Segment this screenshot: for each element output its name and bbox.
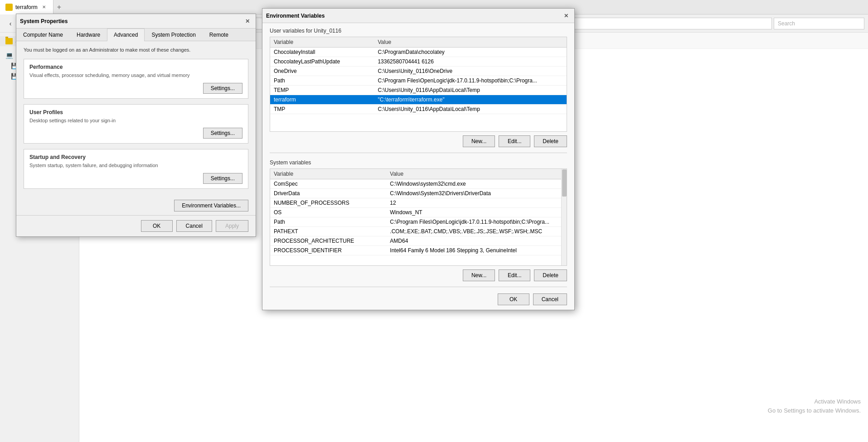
var-value: "C:\terraform\terraform.exe" xyxy=(374,95,567,105)
system-delete-button[interactable]: Delete xyxy=(534,269,567,281)
var-value: 13362580704441 6126 xyxy=(374,57,567,67)
pc-icon: 💻 xyxy=(5,52,13,59)
table-row[interactable]: TEMP C:\Users\Unity_0116\AppData\Local\T… xyxy=(270,86,567,95)
startup-recovery-section: Startup and Recovery System startup, sys… xyxy=(24,149,248,188)
user-profiles-section: User Profiles Desktop settings related t… xyxy=(24,104,248,144)
user-profiles-desc: Desktop settings related to your sign-in xyxy=(29,117,242,124)
search-placeholder: Search xyxy=(778,20,795,27)
user-vars-section-label: User variables for Unity_0116 xyxy=(262,23,574,37)
table-row-selected[interactable]: terraform "C:\terraform\terraform.exe" xyxy=(270,95,567,105)
environment-variables-dialog: Environment Variables ✕ User variables f… xyxy=(262,8,575,310)
var-value: 12 xyxy=(386,198,567,208)
env-cancel-button[interactable]: Cancel xyxy=(533,293,567,305)
env-ok-button[interactable]: OK xyxy=(498,293,529,305)
var-name: Path xyxy=(270,217,386,227)
system-props-tabs: Computer Name Hardware Advanced System P… xyxy=(16,29,256,41)
user-profiles-label: User Profiles xyxy=(29,109,242,115)
user-var-col-variable: Variable xyxy=(270,37,374,48)
var-name: PATHEXT xyxy=(270,227,386,236)
var-name: OS xyxy=(270,208,386,217)
tab-hardware[interactable]: Hardware xyxy=(70,29,107,41)
tab-label: terraform xyxy=(15,4,38,10)
user-edit-button[interactable]: Edit... xyxy=(499,135,530,147)
table-row[interactable]: TMP C:\Users\Unity_0116\AppData\Local\Te… xyxy=(270,105,567,114)
var-value: C:\Users\Unity_0116\OneDrive xyxy=(374,67,567,76)
activate-line1: Activate Windows xyxy=(768,397,861,406)
startup-recovery-settings-button[interactable]: Settings... xyxy=(203,173,242,184)
back-button[interactable]: ‹ xyxy=(4,17,17,30)
env-dialog-footer: OK Cancel xyxy=(262,289,574,310)
var-value: Windows_NT xyxy=(386,208,567,217)
table-row[interactable]: ChocolateyInstall C:\ProgramData\chocola… xyxy=(270,48,567,57)
var-value: C:\Windows\System32\Drivers\DriverData xyxy=(386,189,567,198)
activate-windows-watermark: Activate Windows Go to Settings to activ… xyxy=(768,397,861,415)
system-props-body: You must be logged on as an Administrato… xyxy=(16,41,256,200)
system-props-footer: OK Cancel Apply xyxy=(16,215,256,236)
var-name: TEMP xyxy=(270,86,374,95)
env-vars-titlebar: Environment Variables ✕ xyxy=(262,9,574,23)
system-vars-table-container[interactable]: Variable Value ComSpec C:\Windows\system… xyxy=(270,168,567,266)
table-row[interactable]: ChocolateyLastPathUpdate 13362580704441 … xyxy=(270,57,567,67)
var-value: C:\Program Files\OpenLogic\jdk-17.0.11.9… xyxy=(374,76,567,86)
activate-line2: Go to Settings to activate Windows. xyxy=(768,406,861,415)
table-row[interactable]: PROCESSOR_IDENTIFIER Intel64 Family 6 Mo… xyxy=(270,246,567,255)
table-row[interactable]: Path C:\Program Files\OpenLogic\jdk-17.0… xyxy=(270,217,567,227)
performance-desc: Visual effects, processor scheduling, me… xyxy=(29,72,242,79)
table-row[interactable]: OneDrive C:\Users\Unity_0116\OneDrive xyxy=(270,67,567,76)
startup-recovery-label: Startup and Recovery xyxy=(29,154,242,160)
system-props-close-button[interactable]: ✕ xyxy=(243,17,252,26)
var-name: DriverData xyxy=(270,189,386,198)
sys-var-col-variable: Variable xyxy=(270,169,386,179)
var-name: ComSpec xyxy=(270,179,386,189)
system-new-button[interactable]: New... xyxy=(463,269,495,281)
table-row[interactable]: Path C:\Program Files\OpenLogic\jdk-17.0… xyxy=(270,76,567,86)
user-profiles-settings-button[interactable]: Settings... xyxy=(203,128,242,139)
table-row[interactable]: DriverData C:\Windows\System32\Drivers\D… xyxy=(270,189,567,198)
scrollbar-thumb xyxy=(562,169,567,197)
table-row[interactable]: NUMBER_OF_PROCESSORS 12 xyxy=(270,198,567,208)
tab-close-button[interactable]: ✕ xyxy=(40,4,48,11)
system-props-title: System Properties xyxy=(20,18,68,24)
tab-advanced[interactable]: Advanced xyxy=(107,29,145,41)
startup-recovery-desc: System startup, system failure, and debu… xyxy=(29,162,242,169)
tab-add-button[interactable]: + xyxy=(53,3,65,11)
var-value: C:\ProgramData\chocolatey xyxy=(374,48,567,57)
var-name: PROCESSOR_ARCHITECTURE xyxy=(270,236,386,246)
folder-tab-icon xyxy=(5,4,13,11)
user-delete-button[interactable]: Delete xyxy=(534,135,567,147)
user-vars-buttons: New... Edit... Delete xyxy=(262,132,574,151)
performance-label: Performance xyxy=(29,64,242,70)
search-bar[interactable]: Search xyxy=(774,18,864,29)
system-vars-scrollbar[interactable] xyxy=(561,169,567,265)
user-new-button[interactable]: New... xyxy=(463,135,495,147)
folder-icon xyxy=(5,38,13,44)
table-row[interactable]: OS Windows_NT xyxy=(270,208,567,217)
environment-variables-button[interactable]: Environment Variables... xyxy=(174,200,248,211)
system-properties-dialog: System Properties ✕ Computer Name Hardwa… xyxy=(16,14,256,237)
system-props-cancel-button[interactable]: Cancel xyxy=(176,220,212,232)
table-row[interactable]: PROCESSOR_ARCHITECTURE AMD64 xyxy=(270,236,567,246)
var-value: C:\Users\Unity_0116\AppData\Local\Temp xyxy=(374,105,567,114)
env-section-divider xyxy=(270,153,567,153)
table-row[interactable]: PATHEXT .COM;.EXE;.BAT;.CMD;.VBS;.VBE;.J… xyxy=(270,227,567,236)
var-name: ChocolateyInstall xyxy=(270,48,374,57)
system-props-ok-button[interactable]: OK xyxy=(141,220,173,232)
user-vars-table-container[interactable]: Variable Value ChocolateyInstall C:\Prog… xyxy=(270,37,567,132)
system-props-apply-button[interactable]: Apply xyxy=(216,220,248,232)
env-vars-title: Environment Variables xyxy=(266,13,325,19)
system-edit-button[interactable]: Edit... xyxy=(499,269,530,281)
system-vars-section-label: System variables xyxy=(262,155,574,168)
user-vars-table: Variable Value ChocolateyInstall C:\Prog… xyxy=(270,37,567,114)
system-vars-inner: Variable Value ComSpec C:\Windows\system… xyxy=(270,169,567,265)
performance-settings-button[interactable]: Settings... xyxy=(203,83,242,94)
var-name: ChocolateyLastPathUpdate xyxy=(270,57,374,67)
env-vars-close-button[interactable]: ✕ xyxy=(562,11,571,20)
tab-system-protection[interactable]: System Protection xyxy=(145,29,202,41)
sys-var-col-value: Value xyxy=(386,169,567,179)
table-row[interactable]: ComSpec C:\Windows\system32\cmd.exe xyxy=(270,179,567,189)
system-vars-buttons: New... Edit... Delete xyxy=(262,266,574,285)
tab-computer-name[interactable]: Computer Name xyxy=(16,29,70,41)
terraform-tab[interactable]: terraform ✕ xyxy=(0,0,53,14)
tab-remote[interactable]: Remote xyxy=(203,29,235,41)
user-var-col-value: Value xyxy=(374,37,567,48)
